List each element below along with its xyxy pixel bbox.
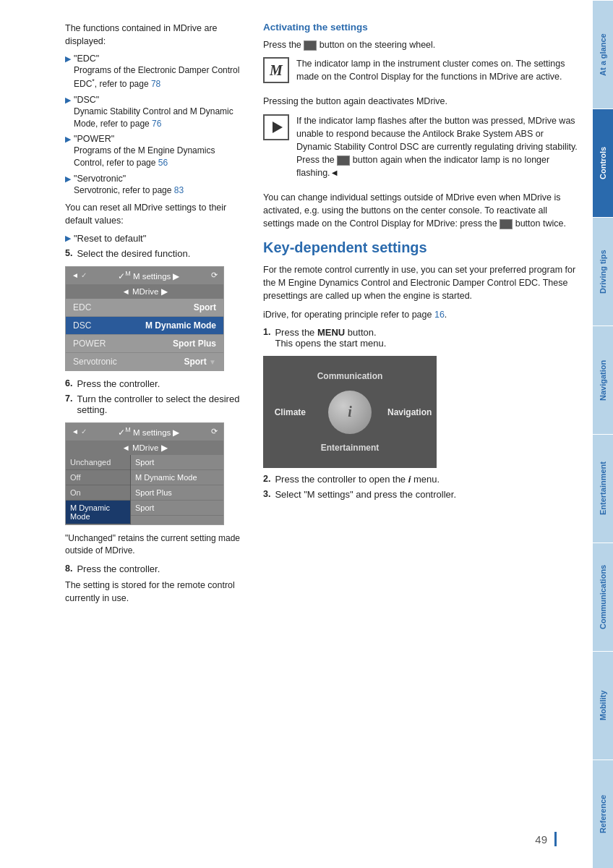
screen2-icon: ⟳ bbox=[211, 427, 218, 436]
play-indicator-icon bbox=[263, 114, 289, 140]
screen2: ◄ ✓ ✓M M settings ▶ ⟳ ◄ MDrive ▶ Unchang… bbox=[65, 422, 224, 525]
screen2-overlay: Unchanged Off On M Dynamic Mode Sport M … bbox=[66, 455, 223, 524]
servo-label: "Servotronic" bbox=[74, 174, 246, 184]
setting-stored-text: The setting is stored for the remote con… bbox=[65, 579, 246, 605]
dsc-desc: Dynamic Stability Control and M Dynamic … bbox=[74, 106, 246, 130]
play-triangle-icon bbox=[273, 122, 283, 133]
step7-item: 7. Turn the controller to select the des… bbox=[65, 393, 246, 415]
bullet-text-dsc: "DSC" Dynamic Stability Control and M Dy… bbox=[74, 95, 246, 130]
page-number-bar bbox=[554, 832, 557, 846]
servo-desc: Servotronic, refer to page 83 bbox=[74, 184, 246, 197]
screen2-header: ◄ ✓ ✓M M settings ▶ ⟳ bbox=[66, 423, 223, 441]
screen1-icon: ⟳ bbox=[211, 271, 218, 280]
activating-title: Activating the settings bbox=[263, 22, 578, 33]
screen1-title: ✓M M settings ▶ bbox=[118, 270, 179, 281]
screen1-nav-left: ◄ ✓ bbox=[72, 271, 87, 279]
dsc-page-link[interactable]: 76 bbox=[152, 119, 161, 129]
key-p2: iDrive, for operating principle refer to… bbox=[263, 308, 578, 321]
bullet-text-power: "POWER" Programs of the M Engine Dynamic… bbox=[74, 134, 246, 169]
step8-text: Press the controller. bbox=[77, 563, 160, 574]
screen1-rows: EDC Sport DSC M Dynamic Mode POWER Sport… bbox=[66, 299, 223, 370]
start-menu-note: This opens the start menu. bbox=[275, 338, 386, 349]
overlay-unchanged: Unchanged bbox=[66, 455, 130, 470]
intro-text: The functions contained in MDrive are di… bbox=[65, 22, 246, 48]
step8-num: 8. bbox=[65, 563, 72, 574]
screen1-row-servo: Servotronic Sport ▼ bbox=[66, 353, 223, 370]
screen1-row-edc: EDC Sport bbox=[66, 299, 223, 317]
step6-num: 6. bbox=[65, 378, 72, 389]
bullet-servo: ▶ "Servotronic" Servotronic, refer to pa… bbox=[65, 174, 246, 197]
bullet-reset: ▶ "Reset to default" bbox=[65, 233, 246, 244]
idrive-communication: Communication bbox=[317, 356, 383, 391]
overlay-val2: M Dynamic Mode bbox=[131, 470, 223, 485]
step7-num: 7. bbox=[65, 393, 72, 415]
sidebar-tab-driving-tips[interactable]: Driving tips bbox=[593, 217, 613, 326]
left-column: The functions contained in MDrive are di… bbox=[65, 22, 246, 610]
page-container: The functions contained in MDrive are di… bbox=[0, 0, 613, 868]
button-icon-2 bbox=[500, 219, 513, 229]
steering-wheel-button-icon bbox=[304, 41, 317, 51]
edc-page-link[interactable]: 78 bbox=[151, 79, 160, 89]
page-number-area: 49 bbox=[535, 832, 557, 846]
menu-bold-label: MENU bbox=[317, 327, 345, 338]
key-step3-text: Select "M settings" and press the contro… bbox=[275, 489, 456, 500]
idrive-entertainment: Entertainment bbox=[317, 434, 383, 469]
sidebar-tab-entertainment[interactable]: Entertainment bbox=[593, 434, 613, 542]
idrive-screen: Communication Climate i Navigation Enter… bbox=[263, 356, 437, 468]
i-letter: i bbox=[408, 474, 411, 485]
dsc-label: "DSC" bbox=[74, 95, 246, 105]
sidebar-tab-controls[interactable]: Controls bbox=[593, 109, 613, 217]
screen2-menu: ◄ MDrive ▶ bbox=[66, 441, 223, 455]
key-step2-num: 2. bbox=[263, 474, 270, 485]
reset-intro: You can reset all MDrive settings to the… bbox=[65, 201, 246, 227]
step8-item: 8. Press the controller. bbox=[65, 563, 246, 574]
servo-page-link[interactable]: 83 bbox=[174, 185, 184, 195]
overlay-val4: Sport bbox=[131, 501, 223, 516]
m-indicator-box: M The indicator lamp in the instrument c… bbox=[263, 57, 578, 89]
idrive-page-link[interactable]: 16 bbox=[434, 310, 445, 320]
key-step3-item: 3. Select "M settings" and press the con… bbox=[263, 489, 578, 500]
bullet-arrow-servo: ▶ bbox=[65, 174, 71, 197]
sidebar-tab-mobility[interactable]: Mobility bbox=[593, 651, 613, 760]
two-col-layout: The functions contained in MDrive are di… bbox=[65, 22, 578, 610]
sidebar-tab-at-a-glance[interactable]: At a glance bbox=[593, 0, 613, 109]
idrive-knob-icon: i bbox=[328, 391, 372, 434]
reset-label: "Reset to default" bbox=[74, 233, 246, 244]
overlay-val3: Sport Plus bbox=[131, 485, 223, 501]
bullet-text-edc: "EDC" Programs of the Electronic Damper … bbox=[74, 54, 246, 90]
activating-p5: You can change individual settings outsi… bbox=[263, 191, 578, 230]
key-step3-num: 3. bbox=[263, 489, 270, 500]
screen2-overlay-left: Unchanged Off On M Dynamic Mode bbox=[66, 455, 131, 524]
key-step2-item: 2. Press the controller to open the i me… bbox=[263, 474, 578, 485]
power-page-link[interactable]: 56 bbox=[158, 158, 168, 168]
idrive-center-knob: i bbox=[317, 391, 383, 434]
right-sidebar: At a glance Controls Driving tips Naviga… bbox=[593, 0, 613, 868]
screen2-nav-left: ◄ ✓ bbox=[72, 427, 87, 435]
right-column: Activating the settings Press the button… bbox=[263, 22, 578, 610]
key-step2-text: Press the controller to open the i menu. bbox=[275, 474, 440, 485]
bullet-edc: ▶ "EDC" Programs of the Electronic Dampe… bbox=[65, 54, 246, 90]
power-desc: Programs of the M Engine Dynamics Contro… bbox=[74, 145, 246, 169]
sidebar-tab-reference[interactable]: Reference bbox=[593, 760, 613, 868]
screen2-title: ✓M M settings ▶ bbox=[118, 426, 179, 438]
key-step1-text: Press the MENU button. This opens the st… bbox=[275, 327, 386, 349]
sidebar-tab-communications[interactable]: Communications bbox=[593, 542, 613, 651]
bullet-arrow-power: ▶ bbox=[65, 135, 71, 169]
screen1: ◄ ✓ ✓M M settings ▶ ⟳ ◄ MDrive ▶ EDC Spo… bbox=[65, 266, 224, 371]
bullet-text-servo: "Servotronic" Servotronic, refer to page… bbox=[74, 174, 246, 197]
idrive-navigation: Navigation bbox=[382, 391, 437, 434]
key-dependent-title: Key-dependent settings bbox=[263, 239, 578, 256]
bullet-arrow-reset: ▶ bbox=[65, 234, 71, 244]
button-icon-1 bbox=[337, 156, 350, 166]
overlay-on: On bbox=[66, 485, 130, 501]
step5-text: Select the desired function. bbox=[77, 248, 190, 259]
sidebar-tab-navigation[interactable]: Navigation bbox=[593, 326, 613, 434]
bullet-arrow-dsc: ▶ bbox=[65, 95, 71, 130]
idrive-grid: Communication Climate i Navigation Enter… bbox=[263, 356, 437, 468]
key-step1-item: 1. Press the MENU button. This opens the… bbox=[263, 327, 578, 349]
activating-p2: The indicator lamp in the instrument clu… bbox=[296, 57, 578, 83]
bullet-dsc: ▶ "DSC" Dynamic Stability Control and M … bbox=[65, 95, 246, 130]
idrive-climate: Climate bbox=[263, 391, 317, 434]
overlay-dynamic: M Dynamic Mode bbox=[66, 501, 130, 524]
screen1-menu: ◄ MDrive ▶ bbox=[66, 284, 223, 299]
